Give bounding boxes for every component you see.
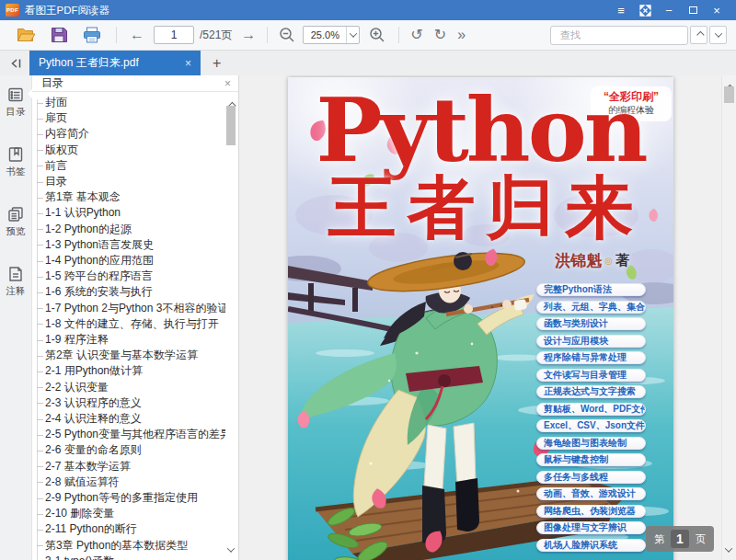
feature-list: 完整Python语法 列表、元组、字典、集合 函数与类别设计 设计与应用模块 xyxy=(536,283,646,552)
toc-item[interactable]: 2-9 Python等号的多重指定使用 xyxy=(32,490,225,506)
tab-close-icon[interactable]: × xyxy=(185,57,191,70)
author-separator-icon: ◎ xyxy=(604,256,613,266)
toc-item[interactable]: 2-3 认识程序的意义 xyxy=(32,395,225,411)
tab-title: Python 王者归来.pdf xyxy=(39,55,139,71)
sidebar-scrollbar[interactable] xyxy=(225,93,237,560)
save-button[interactable] xyxy=(51,27,68,43)
next-page-button[interactable]: → xyxy=(241,28,256,42)
find-previous-button[interactable] xyxy=(690,26,707,44)
toc-item[interactable]: 2-5 Python变量与其他程序语言的差异 xyxy=(32,427,225,442)
page-number-field[interactable] xyxy=(155,29,192,41)
feature-pill: 正规表达式与文字搜索 xyxy=(536,385,646,398)
toc-item[interactable]: 内容简介 xyxy=(32,126,225,142)
feature-pill: Excel、CSV、Json文件 xyxy=(536,419,646,432)
close-icon[interactable]: × xyxy=(705,0,729,20)
toc-item[interactable]: 3-1 type()函数 xyxy=(32,554,225,560)
toc-panel: 目录 × 封面扉页内容简介版权页前言目录第1章 基本观念1-1 认识Python… xyxy=(32,75,239,560)
scroll-down-icon[interactable] xyxy=(228,540,234,556)
panel-pointer xyxy=(23,89,32,98)
minimize-icon[interactable]: − xyxy=(657,0,681,20)
search-input[interactable] xyxy=(560,29,691,40)
main-scrollbar-thumb[interactable] xyxy=(724,86,734,103)
cover-title-chinese: 王者归来 xyxy=(288,174,673,242)
feature-pill: 多任务与多线程 xyxy=(536,471,646,484)
rail-item-preview[interactable]: 预览 xyxy=(6,205,26,238)
rail-label-toc: 目录 xyxy=(6,106,26,119)
toc-item[interactable]: 2-10 删除变量 xyxy=(32,506,225,521)
toolbar-separator xyxy=(398,27,399,43)
new-tab-button[interactable]: + xyxy=(213,56,221,71)
find-next-button[interactable] xyxy=(709,26,727,44)
zoom-out-button[interactable] xyxy=(279,27,295,43)
toc-item[interactable]: 第3章 Python的基本数据类型 xyxy=(32,538,225,554)
pdf-page[interactable]: “全彩印刷” 的编程体验 Python 王者归来 洪锦魁 ◎ 著 完整Pytho… xyxy=(288,77,673,560)
zoom-level-select[interactable]: 25.0% xyxy=(303,26,360,44)
rail-label-annotations: 注释 xyxy=(6,285,26,298)
toc-item[interactable]: 版权页 xyxy=(32,143,225,158)
maximize-icon[interactable] xyxy=(681,0,705,20)
toolbar: ← /521页 → 25.0% ↺ ↻ » xyxy=(0,20,736,51)
menu-icon[interactable]: ≡ xyxy=(609,0,633,20)
document-area[interactable]: “全彩印刷” 的编程体验 Python 王者归来 洪锦魁 ◎ 著 完整Pytho… xyxy=(239,75,736,560)
toc-item[interactable]: 1-3 Python语言发展史 xyxy=(32,237,225,253)
toc-item[interactable]: 2-2 认识变量 xyxy=(32,380,225,395)
rail-item-bookmarks[interactable]: 书签 xyxy=(6,145,26,178)
feature-pill: 列表、元组、字典、集合 xyxy=(536,301,646,314)
search-input-wrapper[interactable] xyxy=(550,26,688,45)
open-file-button[interactable] xyxy=(17,27,36,43)
toc-item[interactable]: 第2章 认识变量与基本数学运算 xyxy=(32,348,225,363)
page-number-input[interactable] xyxy=(154,26,194,44)
toc-item[interactable]: 1-7 Python 2与Python 3不相容的验证 xyxy=(32,301,225,316)
feature-pill: 完整Python语法 xyxy=(536,283,646,296)
fullscreen-icon[interactable] xyxy=(633,0,657,20)
toc-item[interactable]: 扉页 xyxy=(32,110,225,126)
toolbar-separator xyxy=(116,27,117,43)
toc-item[interactable]: 封面 xyxy=(32,95,225,110)
zoom-in-button[interactable] xyxy=(369,27,385,43)
sidebar-scrollbar-thumb[interactable] xyxy=(226,106,236,145)
toc-item[interactable]: 2-8 赋值运算符 xyxy=(32,474,225,490)
feature-pill: 海龟绘图与图表绘制 xyxy=(536,437,646,450)
main-scrollbar[interactable] xyxy=(721,75,736,560)
print-button[interactable] xyxy=(83,27,101,43)
toolbar-separator xyxy=(267,27,268,43)
pages-icon xyxy=(6,205,25,223)
chevron-down-icon[interactable] xyxy=(346,27,359,43)
toc-item[interactable]: 2-6 变量的命名原则 xyxy=(32,442,225,458)
toc-item[interactable]: 2-1 用Python做计算 xyxy=(32,363,225,379)
author-suffix: 著 xyxy=(615,252,629,269)
feature-pill: 设计与应用模块 xyxy=(536,335,646,348)
rotate-right-button[interactable]: ↻ xyxy=(434,28,446,42)
zoom-level-value: 25.0% xyxy=(304,29,346,40)
toc-item[interactable]: 1-6 系统的安装与执行 xyxy=(32,284,225,300)
rotate-left-button[interactable]: ↺ xyxy=(410,28,422,42)
toc-item[interactable]: 1-9 程序注释 xyxy=(32,332,225,348)
toc-item[interactable]: 2-11 Python的断行 xyxy=(32,521,225,537)
feature-pill: 图像处理与文字辨识 xyxy=(536,521,646,534)
toc-item[interactable]: 前言 xyxy=(32,158,225,174)
toc-panel-header: 目录 × xyxy=(32,75,238,92)
author-name: 洪锦魁 xyxy=(555,250,602,271)
toc-item[interactable]: 1-8 文件的建立、存储、执行与打开 xyxy=(32,316,225,332)
toc-item[interactable]: 2-4 认识注释的意义 xyxy=(32,411,225,427)
titlebar: PDF 看图王PDF阅读器 ≡ − × xyxy=(0,0,736,20)
panel-close-icon[interactable]: × xyxy=(224,77,231,90)
previous-page-button[interactable]: ← xyxy=(130,28,144,42)
bookmark-icon xyxy=(6,145,25,164)
toc-item[interactable]: 1-1 认识Python xyxy=(32,205,225,221)
scroll-down-icon[interactable] xyxy=(726,540,731,556)
app-logo-icon: PDF xyxy=(6,4,19,17)
more-tools-button[interactable]: » xyxy=(457,28,466,42)
rail-item-annotations[interactable]: 注释 xyxy=(6,265,26,298)
toc-item[interactable]: 目录 xyxy=(32,174,225,189)
toc-item[interactable]: 1-4 Python的应用范围 xyxy=(32,253,225,269)
feature-pill: 文件读写与目录管理 xyxy=(536,369,646,382)
nav-rail: 目录 书签 预览 注释 xyxy=(0,75,32,560)
toc-item[interactable]: 2-7 基本数学运算 xyxy=(32,459,225,474)
toc-item[interactable]: 1-5 跨平台的程序语言 xyxy=(32,269,225,284)
tabbar: Python 王者归来.pdf × + xyxy=(0,51,736,75)
toc-item[interactable]: 1-2 Python的起源 xyxy=(32,222,225,237)
toc-item[interactable]: 第1章 基本观念 xyxy=(32,189,225,205)
tab-active-document[interactable]: Python 王者归来.pdf × xyxy=(29,51,201,75)
collapse-tabs-icon[interactable] xyxy=(8,56,23,71)
